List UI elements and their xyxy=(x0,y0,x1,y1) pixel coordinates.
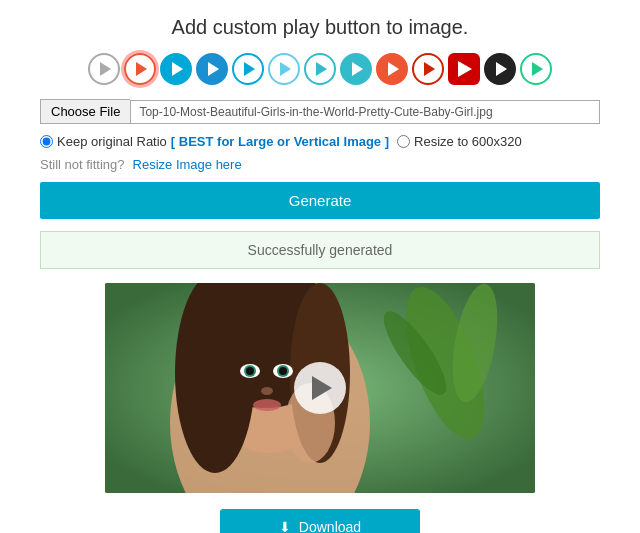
resize-link[interactable]: Resize Image here xyxy=(133,157,242,172)
generate-button[interactable]: Generate xyxy=(40,182,600,219)
still-label: Still not fitting? xyxy=(40,157,125,172)
svg-point-13 xyxy=(253,399,281,411)
svg-point-8 xyxy=(246,367,254,375)
choose-file-button[interactable]: Choose File xyxy=(40,99,130,124)
svg-point-12 xyxy=(261,387,273,395)
play-style-12[interactable] xyxy=(484,53,516,85)
play-style-4[interactable] xyxy=(196,53,228,85)
options-row: Keep original Ratio [ BEST for Large or … xyxy=(40,134,600,172)
play-style-1[interactable] xyxy=(88,53,120,85)
result-image xyxy=(105,283,535,493)
resize-radio[interactable] xyxy=(397,135,410,148)
svg-point-11 xyxy=(279,367,287,375)
play-overlay xyxy=(294,362,346,414)
play-style-5[interactable] xyxy=(232,53,264,85)
file-name-input[interactable] xyxy=(130,100,600,124)
download-button[interactable]: ⬇ Download xyxy=(220,509,420,533)
play-style-10[interactable] xyxy=(412,53,444,85)
play-style-7[interactable] xyxy=(304,53,336,85)
play-style-2[interactable] xyxy=(124,53,156,85)
play-style-9[interactable] xyxy=(376,53,408,85)
play-style-11[interactable] xyxy=(448,53,480,85)
play-triangle-icon xyxy=(312,376,332,400)
download-label: Download xyxy=(299,519,361,533)
ratio-option[interactable]: Keep original Ratio [ BEST for Large or … xyxy=(40,134,389,149)
play-style-8[interactable] xyxy=(340,53,372,85)
play-style-13[interactable] xyxy=(520,53,552,85)
ratio-radio[interactable] xyxy=(40,135,53,148)
best-label: [ BEST for Large or Vertical Image ] xyxy=(171,134,389,149)
success-message: Successfully generated xyxy=(40,231,600,269)
page-title: Add custom play button to image. xyxy=(172,16,469,39)
file-row: Choose File xyxy=(40,99,600,124)
download-icon: ⬇ xyxy=(279,519,291,533)
action-buttons: ⬇ Download f Share on Facebook 🐦 Share o… xyxy=(220,509,420,533)
play-button-strip xyxy=(88,53,552,85)
play-style-3[interactable] xyxy=(160,53,192,85)
play-style-6[interactable] xyxy=(268,53,300,85)
resize-option[interactable]: Resize to 600x320 xyxy=(397,134,522,149)
